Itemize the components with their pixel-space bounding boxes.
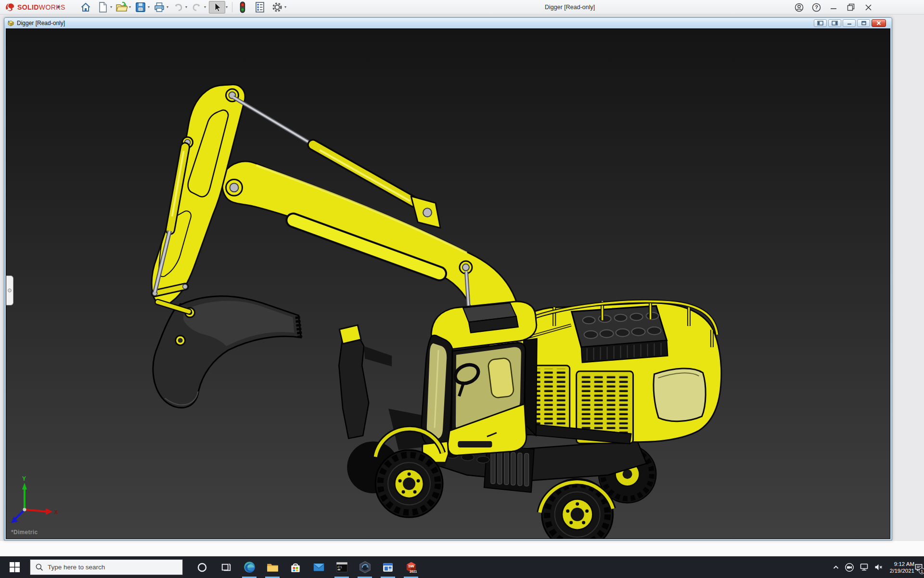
network-icon [859, 562, 869, 572]
pane-tab-handle [8, 289, 12, 292]
cab-seat [488, 357, 514, 398]
close-button[interactable] [863, 2, 873, 12]
new-document-button[interactable] [96, 1, 110, 13]
body-side-window [654, 368, 706, 421]
taskbar-app-edrawings[interactable] [353, 556, 376, 578]
select-dropdown-caret[interactable]: ▾ [226, 5, 228, 9]
start-button[interactable] [0, 556, 29, 578]
new-document-icon [98, 1, 108, 13]
minimize-button[interactable] [829, 2, 838, 12]
close-icon [865, 4, 872, 11]
meet-now-camera-icon [845, 563, 854, 572]
options-button[interactable] [270, 1, 284, 13]
undo-dropdown-caret[interactable]: ▾ [185, 5, 187, 9]
tray-network-button[interactable] [857, 556, 871, 578]
cortana-icon [197, 562, 207, 573]
redo-icon [191, 1, 203, 13]
doc-close-button[interactable] [872, 19, 886, 27]
doc-minimize-button[interactable] [843, 19, 856, 27]
open-button[interactable] [115, 1, 128, 13]
restore-button[interactable] [846, 2, 856, 12]
open-icon [116, 1, 128, 13]
store-icon [289, 561, 302, 574]
open-dropdown-caret[interactable]: ▾ [129, 5, 131, 9]
file-explorer-icon [266, 561, 279, 574]
tray-meet-now-button[interactable] [842, 556, 857, 578]
help-button[interactable]: ? [811, 2, 821, 12]
taskbar-app-file-explorer[interactable] [261, 556, 284, 578]
mail-icon [312, 561, 325, 574]
undo-icon [172, 1, 184, 13]
rebuild-button[interactable] [236, 1, 249, 13]
menu-expand-arrow[interactable]: ► [57, 4, 62, 9]
doc-pane-left-button[interactable] [814, 19, 827, 27]
command-prompt-icon: C:\ [335, 561, 348, 574]
taskbar-app-blue-window[interactable] [376, 556, 399, 578]
app-window-icon [382, 561, 394, 574]
save-icon [135, 1, 146, 13]
taskbar-app-mail[interactable] [307, 556, 330, 578]
file-properties-icon [255, 1, 265, 13]
taskbar-app-store[interactable] [284, 556, 307, 578]
windows-logo-icon [10, 562, 20, 572]
document-titlebar[interactable]: Digger [Read-only] [4, 18, 892, 28]
svg-text:?: ? [815, 4, 818, 10]
print-button[interactable] [153, 1, 166, 13]
view-orientation-label: *Dimetric [11, 529, 38, 536]
svg-text:C:\: C:\ [337, 565, 342, 569]
volume-muted-icon [873, 562, 884, 572]
svg-text:SW: SW [408, 564, 414, 568]
redo-button[interactable] [190, 1, 204, 13]
taskbar-app-solidworks[interactable]: SW2021 [399, 556, 423, 578]
app-window-controls: ? [794, 0, 873, 14]
windows-taskbar: C:\ SW2021 9:12 AM 2/19/2021 1 [0, 556, 924, 578]
home-icon [80, 1, 91, 13]
undo-button[interactable] [171, 1, 185, 13]
task-view-button[interactable] [215, 556, 238, 578]
edge-icon [243, 561, 256, 574]
cortana-button[interactable] [191, 556, 214, 578]
excavator-model[interactable]: Y X [6, 29, 890, 539]
feature-pane-collapsed-tab[interactable] [6, 276, 13, 305]
select-cursor-icon [212, 1, 222, 13]
print-dropdown-caret[interactable]: ▾ [167, 5, 168, 9]
tray-chevron-button[interactable] [829, 556, 843, 578]
clock-date: 2/19/2021 [890, 567, 914, 574]
graphics-viewport[interactable]: Y X *Dimetric [6, 28, 890, 539]
clock-time: 9:12 AM [894, 561, 914, 567]
help-icon: ? [812, 3, 821, 12]
edrawings-hexagon-icon [359, 561, 372, 574]
new-dropdown-caret[interactable]: ▾ [110, 5, 112, 9]
account-button[interactable] [794, 2, 804, 12]
home-button[interactable] [79, 1, 92, 13]
taskbar-app-cmd[interactable]: C:\ [330, 556, 353, 578]
solidworks-2021-icon: SW2021 [404, 560, 418, 574]
file-properties-button[interactable] [253, 1, 267, 13]
toolbar-separator [232, 2, 232, 13]
taskbar-clock[interactable]: 9:12 AM 2/19/2021 [884, 556, 915, 578]
select-tool-button[interactable] [209, 1, 225, 13]
chevron-up-icon [832, 564, 840, 571]
application-titlebar: SOLIDWORKS ► ▾ ▾ ▾ ▾ [0, 0, 924, 14]
svg-text:2021: 2021 [410, 570, 417, 573]
document-window: Digger [Read-only] [4, 17, 892, 540]
solidworks-logo-icon [5, 2, 15, 12]
print-icon [154, 1, 165, 13]
orientation-triad: Y X [11, 475, 58, 523]
save-dropdown-caret[interactable]: ▾ [148, 5, 150, 9]
save-button[interactable] [134, 1, 147, 13]
rebuild-traffic-light-icon [238, 1, 247, 13]
redo-dropdown-caret[interactable]: ▾ [204, 5, 206, 9]
quick-access-toolbar: ▾ ▾ ▾ ▾ ▾ ▾ ▾ [79, 0, 289, 14]
part-document-icon [7, 20, 14, 27]
taskbar-app-edge[interactable] [238, 556, 261, 578]
options-gear-icon [271, 1, 283, 13]
taskbar-search[interactable] [30, 559, 183, 575]
search-input[interactable] [48, 564, 168, 571]
action-center-button[interactable]: 1 [912, 556, 924, 578]
doc-restore-button[interactable] [857, 19, 870, 27]
doc-pane-right-button[interactable] [828, 19, 841, 27]
account-icon [795, 3, 804, 12]
options-dropdown-caret[interactable]: ▾ [284, 5, 286, 9]
excavator-bucket[interactable] [153, 296, 301, 408]
